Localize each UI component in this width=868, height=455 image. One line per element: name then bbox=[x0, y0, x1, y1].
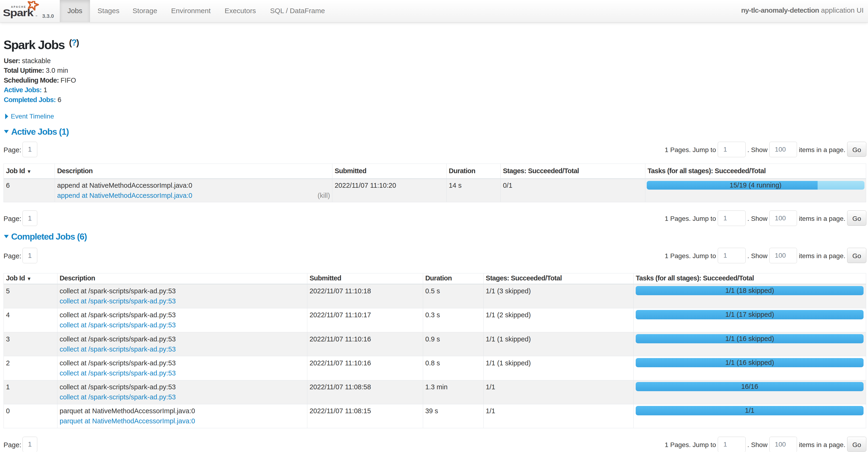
svg-text:Spark: Spark bbox=[3, 7, 33, 18]
svg-text:™: ™ bbox=[36, 15, 37, 17]
